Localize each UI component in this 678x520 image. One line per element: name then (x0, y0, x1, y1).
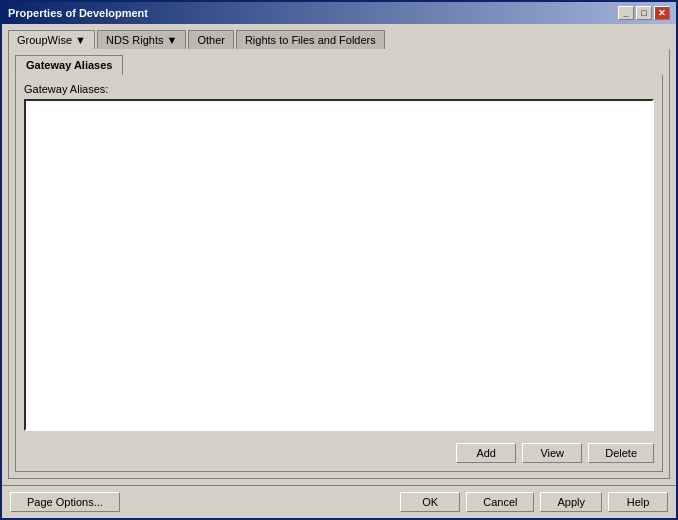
close-button[interactable]: ✕ (654, 6, 670, 20)
tab-gateway-aliases[interactable]: Gateway Aliases (15, 55, 123, 75)
tab-other-label: Other (197, 34, 225, 46)
outer-tabs: GroupWise ▼ NDS Rights ▼ Other Rights to… (8, 30, 670, 49)
title-bar: Properties of Development _ □ ✕ (2, 2, 676, 24)
gateway-aliases-list[interactable] (24, 99, 654, 431)
tab-nds-label: NDS Rights (106, 34, 163, 46)
add-button[interactable]: Add (456, 443, 516, 463)
maximize-button[interactable]: □ (636, 6, 652, 20)
inner-panel-content: Gateway Aliases: Add View Delete (15, 75, 663, 472)
help-button[interactable]: Help (608, 492, 668, 512)
tab-other[interactable]: Other (188, 30, 234, 49)
title-bar-buttons: _ □ ✕ (618, 6, 670, 20)
page-options-button[interactable]: Page Options... (10, 492, 120, 512)
window-title: Properties of Development (8, 7, 148, 19)
groupwise-arrow-icon: ▼ (75, 34, 86, 46)
tab-gateway-aliases-label: Gateway Aliases (26, 59, 112, 71)
cancel-button[interactable]: Cancel (466, 492, 534, 512)
content-area: GroupWise ▼ NDS Rights ▼ Other Rights to… (2, 24, 676, 485)
nds-arrow-icon: ▼ (167, 34, 178, 46)
view-button[interactable]: View (522, 443, 582, 463)
action-buttons: Add View Delete (24, 443, 654, 463)
bottom-bar: Page Options... OK Cancel Apply Help (2, 485, 676, 518)
tab-groupwise-label: GroupWise (17, 34, 72, 46)
tab-groupwise[interactable]: GroupWise ▼ (8, 30, 95, 49)
gateway-aliases-label: Gateway Aliases: (24, 83, 654, 95)
minimize-button[interactable]: _ (618, 6, 634, 20)
ok-button[interactable]: OK (400, 492, 460, 512)
delete-button[interactable]: Delete (588, 443, 654, 463)
tab-nds-rights[interactable]: NDS Rights ▼ (97, 30, 186, 49)
inner-tabs: Gateway Aliases (15, 55, 663, 75)
inner-panel: Gateway Aliases Gateway Aliases: Add Vie… (8, 49, 670, 479)
tab-rights-files-folders[interactable]: Rights to Files and Folders (236, 30, 385, 49)
properties-window: Properties of Development _ □ ✕ GroupWis… (0, 0, 678, 520)
tab-rights-label: Rights to Files and Folders (245, 34, 376, 46)
bottom-right-buttons: OK Cancel Apply Help (400, 492, 668, 512)
apply-button[interactable]: Apply (540, 492, 602, 512)
